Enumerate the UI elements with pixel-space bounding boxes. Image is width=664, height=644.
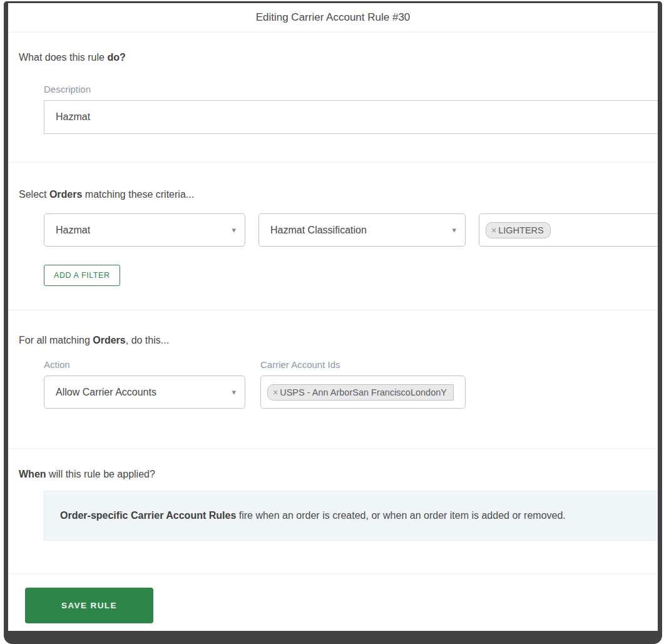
carrier-account-tag: × USPS - Ann ArborSan FranciscoLondonY: [267, 384, 454, 401]
modal-content: Editing Carrier Account Rule #30 What do…: [8, 3, 658, 631]
action-row: Allow Carrier Accounts ▾ × USPS - Ann Ar…: [44, 376, 658, 409]
filter-comparison-select[interactable]: Hazmat Classification ▾: [258, 213, 466, 247]
section-description-heading: What does this rule do?: [19, 52, 658, 63]
heading-text: matching these criteria...: [82, 189, 194, 200]
section-action-heading: For all matching Orders, do this...: [19, 335, 658, 346]
section-when-heading: When will this rule be applied?: [19, 469, 658, 480]
action-label: Action: [44, 359, 260, 370]
carrier-account-ids-label: Carrier Account Ids: [260, 359, 340, 370]
tag-label: USPS - Ann ArborSan FranciscoLondonY: [280, 387, 447, 397]
info-text-bold: Order-specific Carrier Account Rules: [60, 510, 236, 521]
chevron-down-icon: ▾: [232, 225, 236, 235]
description-label: Description: [44, 84, 658, 95]
heading-text: Select: [19, 189, 49, 200]
filter-value-tag: × LIGHTERS: [486, 222, 551, 238]
heading-text: , do this...: [126, 335, 169, 345]
action-select[interactable]: Allow Carrier Accounts ▾: [44, 376, 245, 409]
section-action: For all matching Orders, do this... Acti…: [8, 310, 658, 449]
action-labels-row: Action Carrier Account Ids: [8, 359, 658, 370]
heading-text-bold: Orders: [93, 335, 125, 345]
info-text: fire when an order is created, or when a…: [236, 510, 566, 521]
save-rule-button[interactable]: SAVE RULE: [25, 588, 153, 623]
filter-field-select[interactable]: Hazmat ▾: [44, 213, 245, 247]
tag-label: LIGHTERS: [498, 225, 544, 235]
heading-text-bold: When: [19, 469, 46, 479]
filter-field-value: Hazmat: [56, 225, 90, 236]
section-criteria: Select Orders matching these criteria...…: [8, 163, 658, 310]
footer: SAVE RULE: [8, 574, 658, 623]
section-criteria-heading: Select Orders matching these criteria...: [19, 189, 658, 200]
heading-text: What does this rule: [19, 52, 107, 63]
heading-text: will this rule be applied?: [46, 469, 155, 479]
chevron-down-icon: ▾: [452, 225, 456, 235]
modal-window: Editing Carrier Account Rule #30 What do…: [4, 1, 662, 644]
page-title: Editing Carrier Account Rule #30: [8, 3, 658, 33]
section-description: What does this rule do? Description Hazm…: [8, 33, 658, 163]
criteria-row: Hazmat ▾ Hazmat Classification ▾ × LIGHT…: [44, 213, 658, 247]
carrier-account-ids-input[interactable]: × USPS - Ann ArborSan FranciscoLondonY: [260, 376, 466, 409]
action-value: Allow Carrier Accounts: [56, 387, 156, 398]
description-value: Hazmat: [56, 111, 90, 123]
chevron-down-icon: ▾: [232, 387, 236, 397]
filter-comparison-value: Hazmat Classification: [270, 225, 367, 236]
remove-tag-icon[interactable]: ×: [273, 387, 278, 397]
filter-values-input[interactable]: × LIGHTERS: [479, 213, 658, 247]
heading-text: For all matching: [19, 335, 93, 345]
add-filter-button[interactable]: ADD A FILTER: [44, 265, 120, 286]
description-input[interactable]: Hazmat: [44, 100, 658, 134]
remove-tag-icon[interactable]: ×: [491, 225, 496, 235]
heading-text-bold: do?: [107, 52, 125, 63]
section-when: When will this rule be applied? Order-sp…: [8, 449, 658, 574]
rule-trigger-info-box: Order-specific Carrier Account Rules fir…: [44, 491, 658, 541]
heading-text-bold: Orders: [49, 189, 82, 200]
